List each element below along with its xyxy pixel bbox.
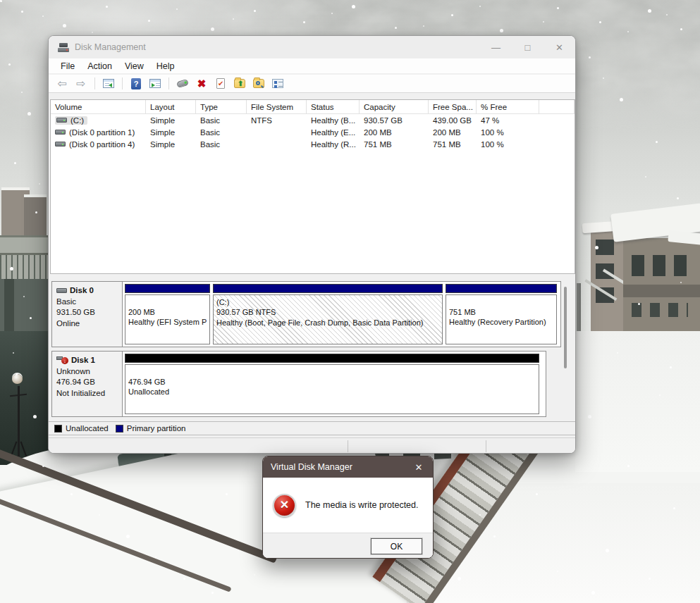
volume-list-header: Volume Layout Type File System Status Ca… <box>51 100 575 114</box>
partition-size: 751 MB <box>449 307 553 317</box>
partition-size: 930.57 GB NTFS <box>216 307 439 317</box>
partition-recovery[interactable]: 751 MB Healthy (Recovery Partition) <box>446 284 557 344</box>
scrollbar-thumb[interactable] <box>564 287 567 368</box>
header-pct-free[interactable]: % Free <box>477 100 539 113</box>
cell-status: Healthy (B... <box>307 116 360 125</box>
disk-1-row: ↓Disk 1 Unknown 476.94 GB Not Initialize… <box>51 351 546 417</box>
header-type[interactable]: Type <box>196 100 247 113</box>
back-icon[interactable]: ⇦ <box>54 76 70 92</box>
check-document-icon[interactable] <box>213 76 228 92</box>
house-windows <box>632 255 691 276</box>
disk-0-row: Disk 0 Basic 931.50 GB Online 200 MB Hea… <box>51 281 561 347</box>
partition-size: 200 MB <box>128 307 207 317</box>
folder-explore-icon[interactable] <box>251 76 266 92</box>
cell-capacity: 930.57 GB <box>360 116 429 125</box>
cell-layout: Simple <box>146 140 196 149</box>
cell-type: Basic <box>196 116 247 125</box>
close-button[interactable]: ✕ <box>544 36 575 58</box>
header-empty <box>539 100 575 113</box>
disk-0-label[interactable]: Disk 0 Basic 931.50 GB Online <box>52 282 123 347</box>
dialog-message: The media is write protected. <box>305 500 419 510</box>
unallocated-region[interactable]: 476.94 GB Unallocated <box>125 354 539 414</box>
volume-row-partition4[interactable]: (Disk 0 partition 4) Simple Basic Health… <box>51 138 575 150</box>
primary-partition-bar <box>213 284 443 293</box>
volume-name: (Disk 0 partition 4) <box>69 140 135 149</box>
left-building <box>24 194 47 238</box>
minimize-button[interactable]: — <box>480 36 512 58</box>
region-size: 476.94 GB <box>128 377 536 387</box>
drive-icon <box>55 142 66 147</box>
statusbar-separator <box>486 440 486 452</box>
dialog-title: Virtual Disk Manager <box>271 462 352 472</box>
menu-bar: File Action View Help <box>49 58 575 74</box>
console-tree-icon[interactable] <box>101 76 116 92</box>
disk-name: Disk 1 <box>71 355 95 366</box>
volume-row-partition1[interactable]: (Disk 0 partition 1) Simple Basic Health… <box>51 126 575 138</box>
unallocated-swatch <box>54 425 62 433</box>
toolbar: ⇦ ⇨ ? ✖ ⬆ <box>49 75 575 93</box>
header-status[interactable]: Status <box>307 100 360 113</box>
partition-name: (C:) <box>216 297 439 307</box>
snowflakes <box>0 0 1 1</box>
drive-icon <box>55 130 66 135</box>
statusbar-separator <box>348 440 348 452</box>
dialog-close-icon[interactable]: ✕ <box>405 456 433 478</box>
snow-ground <box>575 331 700 472</box>
cell-free: 200 MB <box>429 128 477 137</box>
menu-view[interactable]: View <box>118 60 150 73</box>
house-windows <box>632 303 688 317</box>
disk-error-icon: ↓ <box>56 356 68 364</box>
dialog-body: ✕ The media is write protected. <box>263 478 433 533</box>
volume-name: (C:) <box>70 116 84 125</box>
cell-free: 751 MB <box>429 140 477 149</box>
folder-up-icon[interactable]: ⬆ <box>232 76 247 92</box>
properties-list-icon[interactable] <box>270 76 285 92</box>
disk-type: Basic <box>56 297 119 308</box>
disk-name: Disk 0 <box>70 285 94 297</box>
bridge-railing <box>0 235 49 279</box>
header-layout[interactable]: Layout <box>146 100 196 113</box>
toolbar-separator <box>168 77 169 89</box>
disk-management-app-icon <box>58 43 69 52</box>
region-status: Unallocated <box>128 387 536 397</box>
disk-1-label[interactable]: ↓Disk 1 Unknown 476.94 GB Not Initialize… <box>52 352 123 416</box>
header-file-system[interactable]: File System <box>247 100 307 113</box>
menu-file[interactable]: File <box>54 60 81 73</box>
virtual-disk-manager-dialog: Virtual Disk Manager ✕ ✕ The media is wr… <box>262 456 434 559</box>
cell-layout: Simple <box>146 116 196 125</box>
delete-volume-icon[interactable]: ✖ <box>194 76 209 92</box>
help-icon[interactable]: ? <box>128 76 144 92</box>
ok-button[interactable]: OK <box>371 538 422 554</box>
action-pane-icon[interactable] <box>147 76 163 92</box>
cell-pct: 47 % <box>477 116 539 125</box>
window-titlebar[interactable]: Disk Management — □ ✕ <box>49 36 575 58</box>
window-title: Disk Management <box>75 42 146 52</box>
dialog-footer: OK <box>263 533 433 559</box>
drive-icon <box>56 118 67 123</box>
canal-water <box>0 331 49 465</box>
partition-status: Healthy (EFI System Partition) <box>128 317 207 327</box>
menu-action[interactable]: Action <box>81 60 118 73</box>
cell-pct: 100 % <box>477 128 539 137</box>
dialog-titlebar[interactable]: Virtual Disk Manager ✕ <box>263 456 433 478</box>
partition-status: Healthy (Recovery Partition) <box>449 317 553 327</box>
partition-c[interactable]: (C:) 930.57 GB NTFS Healthy (Boot, Page … <box>213 284 443 344</box>
header-volume[interactable]: Volume <box>51 100 146 113</box>
lamp-post <box>18 386 20 456</box>
header-free-space[interactable]: Free Spa... <box>429 100 477 113</box>
disk-size: 931.50 GB <box>56 307 119 318</box>
pointer-icon[interactable] <box>175 76 190 92</box>
menu-help[interactable]: Help <box>150 60 181 73</box>
disk-type: Unknown <box>56 366 119 378</box>
volume-row-c[interactable]: (C:) Simple Basic NTFS Healthy (B... 930… <box>51 114 575 126</box>
header-capacity[interactable]: Capacity <box>360 100 429 113</box>
disk-graphical-pane: Disk 0 Basic 931.50 GB Online 200 MB Hea… <box>49 278 575 421</box>
cell-free: 439.00 GB <box>429 116 477 125</box>
forward-icon[interactable]: ⇨ <box>73 76 89 92</box>
cell-capacity: 200 MB <box>360 128 429 137</box>
cell-layout: Simple <box>146 128 196 137</box>
partition-efi[interactable]: 200 MB Healthy (EFI System Partition) <box>125 284 210 344</box>
house-trim <box>623 285 700 297</box>
volume-list: Volume Layout Type File System Status Ca… <box>50 99 575 274</box>
maximize-button[interactable]: □ <box>512 36 544 58</box>
